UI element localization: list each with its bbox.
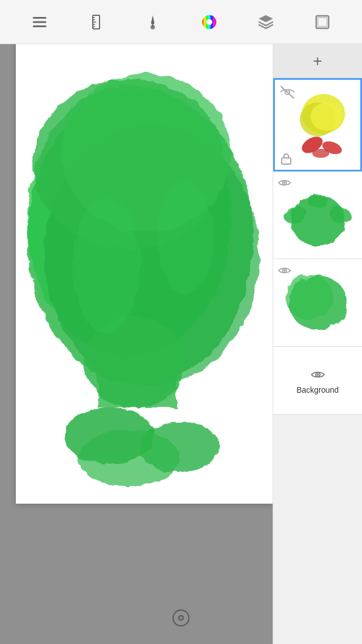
svg-rect-14 (152, 25, 154, 27)
rulers-button[interactable] (82, 8, 110, 36)
layer-item-3[interactable] (273, 259, 362, 347)
layer-item-2[interactable] (273, 171, 362, 259)
home-indicator (171, 608, 191, 628)
menu-button[interactable] (25, 8, 54, 36)
ruler-icon (87, 13, 105, 31)
background-layer[interactable]: Background (273, 347, 362, 415)
svg-rect-18 (318, 18, 327, 27)
canvas-artwork (16, 40, 273, 504)
layer-1-thumbnail (281, 88, 355, 162)
svg-point-52 (286, 274, 333, 320)
svg-rect-2 (33, 25, 46, 27)
plus-icon: + (313, 52, 322, 70)
layers-icon (257, 13, 275, 31)
frame-icon (313, 13, 331, 31)
home-indicator-icon (171, 608, 191, 628)
color-wheel-icon (200, 13, 218, 31)
brush-button[interactable] (139, 8, 167, 36)
brush-icon (144, 13, 162, 31)
layer-item-1[interactable] (273, 78, 362, 171)
eye-visible-icon-3 (311, 367, 325, 382)
toolbar (0, 0, 362, 44)
frame-button[interactable] (308, 8, 337, 36)
layers-button[interactable] (252, 8, 280, 36)
svg-point-54 (317, 373, 319, 376)
color-button[interactable] (195, 8, 223, 36)
layers-panel: + (273, 44, 362, 644)
layer-2-thumbnail (281, 178, 355, 252)
list-icon (31, 13, 49, 31)
svg-rect-0 (33, 17, 46, 19)
svg-point-42 (312, 149, 329, 158)
svg-point-57 (179, 616, 183, 620)
svg-point-48 (308, 194, 328, 208)
svg-point-28 (78, 430, 180, 487)
drawing-canvas[interactable] (16, 40, 273, 504)
svg-point-39 (311, 102, 342, 131)
background-label: Background (296, 385, 339, 394)
svg-point-29 (72, 198, 140, 334)
svg-marker-12 (151, 15, 154, 25)
add-layer-button[interactable]: + (273, 44, 362, 78)
layer-3-thumbnail (281, 266, 355, 340)
svg-rect-1 (33, 21, 46, 23)
svg-rect-25 (98, 357, 177, 407)
svg-point-16 (206, 19, 213, 25)
svg-point-30 (157, 181, 214, 294)
